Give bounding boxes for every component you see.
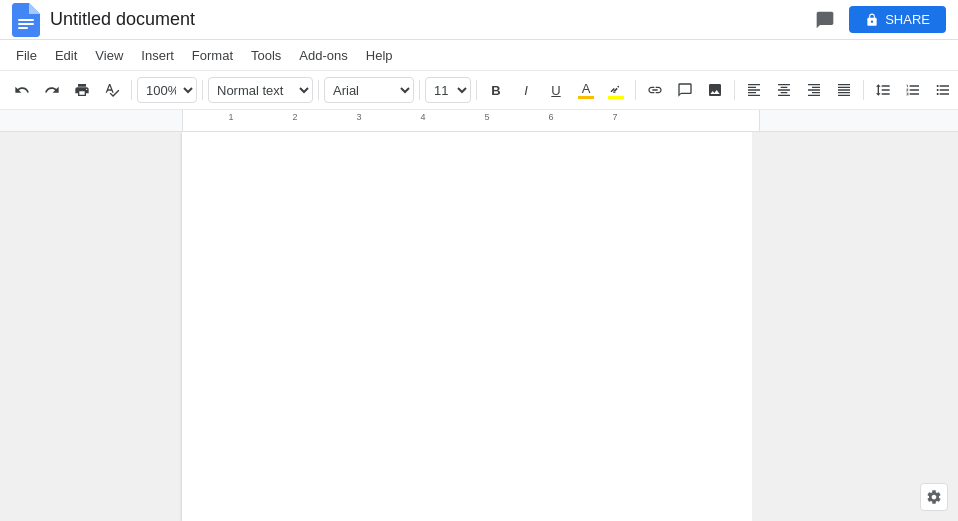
style-select[interactable]: Normal text bbox=[208, 77, 313, 103]
align-right-icon bbox=[806, 82, 822, 98]
text-color-bar bbox=[578, 96, 594, 99]
separator-7 bbox=[734, 80, 735, 100]
ordered-list-button[interactable] bbox=[899, 76, 927, 104]
link-icon bbox=[647, 82, 663, 98]
separator-5 bbox=[476, 80, 477, 100]
ruler-inner: 1 2 3 4 5 6 7 bbox=[182, 110, 760, 132]
align-left-button[interactable] bbox=[740, 76, 768, 104]
svg-rect-1 bbox=[18, 23, 34, 25]
gear-icon bbox=[926, 489, 942, 505]
spellcheck-button[interactable] bbox=[98, 76, 126, 104]
highlight-color-bar bbox=[608, 96, 624, 99]
separator-6 bbox=[635, 80, 636, 100]
highlight-color-button[interactable] bbox=[602, 76, 630, 104]
ruler-tick-4: 4 bbox=[420, 112, 425, 122]
separator-4 bbox=[419, 80, 420, 100]
separator-2 bbox=[202, 80, 203, 100]
align-left-icon bbox=[746, 82, 762, 98]
spellcheck-icon bbox=[104, 82, 120, 98]
ruler: 1 2 3 4 5 6 7 bbox=[0, 110, 958, 132]
app-logo bbox=[12, 3, 40, 37]
lock-icon bbox=[865, 13, 879, 27]
underline-button[interactable]: U bbox=[542, 76, 570, 104]
doc-title[interactable]: Untitled document bbox=[50, 9, 809, 30]
left-margin bbox=[0, 132, 182, 521]
menu-insert[interactable]: Insert bbox=[133, 44, 182, 67]
undo-icon bbox=[14, 82, 30, 98]
menu-file[interactable]: File bbox=[8, 44, 45, 67]
image-icon bbox=[707, 82, 723, 98]
menu-view[interactable]: View bbox=[87, 44, 131, 67]
settings-gear-button[interactable] bbox=[920, 483, 948, 511]
menu-help[interactable]: Help bbox=[358, 44, 401, 67]
redo-icon bbox=[44, 82, 60, 98]
menu-tools[interactable]: Tools bbox=[243, 44, 289, 67]
image-button[interactable] bbox=[701, 76, 729, 104]
ruler-tick-3: 3 bbox=[356, 112, 361, 122]
unordered-list-icon bbox=[935, 82, 951, 98]
document-area bbox=[0, 132, 958, 521]
justify-icon bbox=[836, 82, 852, 98]
align-center-button[interactable] bbox=[770, 76, 798, 104]
ruler-tick-7: 7 bbox=[612, 112, 617, 122]
justify-button[interactable] bbox=[830, 76, 858, 104]
line-spacing-button[interactable] bbox=[869, 76, 897, 104]
font-select[interactable]: Arial bbox=[324, 77, 414, 103]
undo-button[interactable] bbox=[8, 76, 36, 104]
toolbar: 100% Normal text Arial 11 B I U A bbox=[0, 70, 958, 110]
separator-8 bbox=[863, 80, 864, 100]
italic-button[interactable]: I bbox=[512, 76, 540, 104]
bold-button[interactable]: B bbox=[482, 76, 510, 104]
title-right: SHARE bbox=[809, 4, 946, 36]
chat-icon bbox=[815, 10, 835, 30]
align-right-button[interactable] bbox=[800, 76, 828, 104]
ordered-list-icon bbox=[905, 82, 921, 98]
share-label: SHARE bbox=[885, 12, 930, 27]
ruler-tick-1: 1 bbox=[228, 112, 233, 122]
title-bar: Untitled document SHARE bbox=[0, 0, 958, 40]
ruler-tick-2: 2 bbox=[292, 112, 297, 122]
zoom-select[interactable]: 100% bbox=[137, 77, 197, 103]
menu-edit[interactable]: Edit bbox=[47, 44, 85, 67]
comment-button[interactable] bbox=[671, 76, 699, 104]
align-center-icon bbox=[776, 82, 792, 98]
line-spacing-icon bbox=[875, 82, 891, 98]
svg-rect-2 bbox=[18, 27, 28, 29]
link-button[interactable] bbox=[641, 76, 669, 104]
unordered-list-button[interactable] bbox=[929, 76, 957, 104]
print-button[interactable] bbox=[68, 76, 96, 104]
separator-3 bbox=[318, 80, 319, 100]
ruler-tick-5: 5 bbox=[484, 112, 489, 122]
menu-addons[interactable]: Add-ons bbox=[291, 44, 355, 67]
highlight-icon bbox=[609, 81, 623, 95]
text-color-button[interactable]: A bbox=[572, 76, 600, 104]
comment-icon bbox=[677, 82, 693, 98]
separator-1 bbox=[131, 80, 132, 100]
right-margin bbox=[752, 132, 958, 521]
svg-rect-0 bbox=[18, 19, 34, 21]
share-button[interactable]: SHARE bbox=[849, 6, 946, 33]
redo-button[interactable] bbox=[38, 76, 66, 104]
menu-bar: File Edit View Insert Format Tools Add-o… bbox=[0, 40, 958, 70]
print-icon bbox=[74, 82, 90, 98]
menu-format[interactable]: Format bbox=[184, 44, 241, 67]
ruler-tick-6: 6 bbox=[548, 112, 553, 122]
font-size-select[interactable]: 11 bbox=[425, 77, 471, 103]
document-page[interactable] bbox=[182, 132, 752, 521]
chat-icon-button[interactable] bbox=[809, 4, 841, 36]
